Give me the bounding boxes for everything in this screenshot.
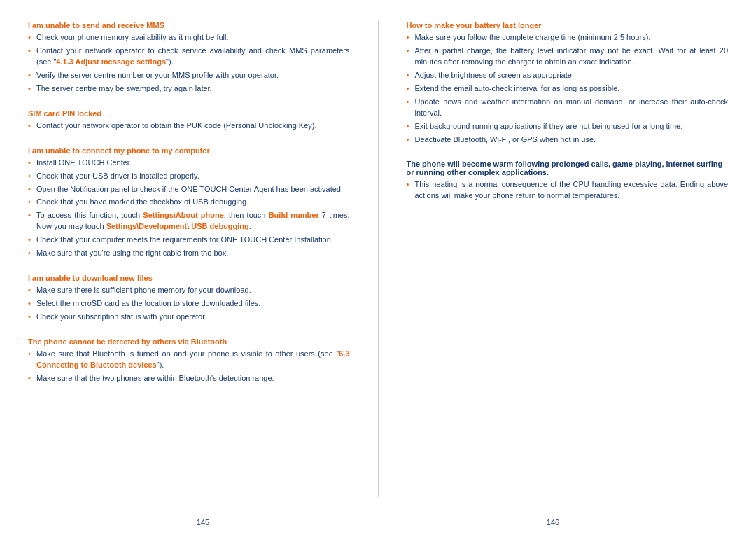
- battery-section: How to make your battery last longer Mak…: [407, 21, 729, 147]
- battery-title: How to make your battery last longer: [407, 21, 729, 29]
- computer-title: I am unable to connect my phone to my co…: [28, 146, 350, 155]
- sim-section: SIM card PIN locked Contact your network…: [28, 109, 350, 134]
- list-item: Install ONE TOUCH Center.: [28, 158, 350, 169]
- right-column: How to make your battery last longer Mak…: [407, 21, 729, 497]
- page-container: I am unable to send and receive MMS Chec…: [0, 0, 756, 511]
- list-item: Update news and weather information on m…: [407, 97, 729, 119]
- mms-section: I am unable to send and receive MMS Chec…: [28, 21, 350, 97]
- left-column: I am unable to send and receive MMS Chec…: [28, 21, 350, 497]
- list-item: Verify the server centre number or your …: [28, 70, 350, 81]
- list-item: Make sure there is sufficient phone memo…: [28, 285, 350, 296]
- list-item: Open the Notification panel to check if …: [28, 184, 350, 195]
- computer-list: Install ONE TOUCH Center. Check that you…: [28, 158, 350, 260]
- sim-list: Contact your network operator to obtain …: [28, 120, 350, 132]
- list-item: The server centre may be swamped, try ag…: [28, 83, 350, 95]
- page-number-left: 145: [197, 518, 209, 526]
- computer-section: I am unable to connect my phone to my co…: [28, 146, 350, 262]
- bluetooth-section: The phone cannot be detected by others v…: [28, 337, 350, 386]
- list-item: Select the microSD card as the location …: [28, 298, 350, 309]
- list-item: Check that your computer meets the requi…: [28, 235, 350, 246]
- list-item: Contact your network operator to check s…: [28, 46, 350, 68]
- battery-list: Make sure you follow the complete charge…: [407, 32, 729, 145]
- bluetooth-title: The phone cannot be detected by others v…: [28, 337, 350, 346]
- list-item: Make sure that Bluetooth is turned on an…: [28, 349, 350, 371]
- warm-title: The phone will become warm following pro…: [407, 160, 729, 176]
- sim-title: SIM card PIN locked: [28, 109, 350, 118]
- list-item: Adjust the brightness of screen as appro…: [407, 70, 729, 81]
- list-item: Extend the email auto-check interval for…: [407, 83, 729, 95]
- list-item: To access this function, touch Settings\…: [28, 210, 350, 232]
- list-item: Check your phone memory availability as …: [28, 32, 350, 43]
- emphasis-text: Build number: [269, 211, 319, 219]
- column-divider: [378, 21, 379, 497]
- list-item: Deactivate Bluetooth, Wi-Fi, or GPS when…: [407, 134, 729, 146]
- list-item: After a partial charge, the battery leve…: [407, 46, 729, 68]
- warm-list: This heating is a normal consequence of …: [407, 179, 729, 202]
- list-item: Exit background-running applications if …: [407, 121, 729, 132]
- emphasis-text: Settings\About phone: [143, 211, 223, 219]
- mms-title: I am unable to send and receive MMS: [28, 21, 350, 29]
- list-item: Check that your USB driver is installed …: [28, 171, 350, 182]
- download-section: I am unable to download new files Make s…: [28, 274, 350, 325]
- page-numbers: 145 146: [0, 511, 756, 537]
- emphasis-text: Settings\Development\ USB debugging: [106, 222, 249, 230]
- link-text: 6.3 Connecting to Bluetooth devices: [36, 349, 350, 369]
- list-item: Contact your network operator to obtain …: [28, 120, 350, 132]
- list-item: Check that you have marked the checkbox …: [28, 197, 350, 208]
- list-item: Check your subscription status with your…: [28, 312, 350, 323]
- link-text: 4.1.3 Adjust message settings: [56, 57, 166, 66]
- mms-list: Check your phone memory availability as …: [28, 32, 350, 95]
- list-item: Make sure you follow the complete charge…: [407, 32, 729, 43]
- list-item: Make sure that you're using the right ca…: [28, 248, 350, 259]
- bluetooth-list: Make sure that Bluetooth is turned on an…: [28, 349, 350, 384]
- list-item: Make sure that the two phones are within…: [28, 373, 350, 384]
- download-list: Make sure there is sufficient phone memo…: [28, 285, 350, 323]
- warm-section: The phone will become warm following pro…: [407, 160, 729, 204]
- download-title: I am unable to download new files: [28, 274, 350, 282]
- page-number-right: 146: [547, 518, 559, 526]
- list-item: This heating is a normal consequence of …: [407, 179, 729, 202]
